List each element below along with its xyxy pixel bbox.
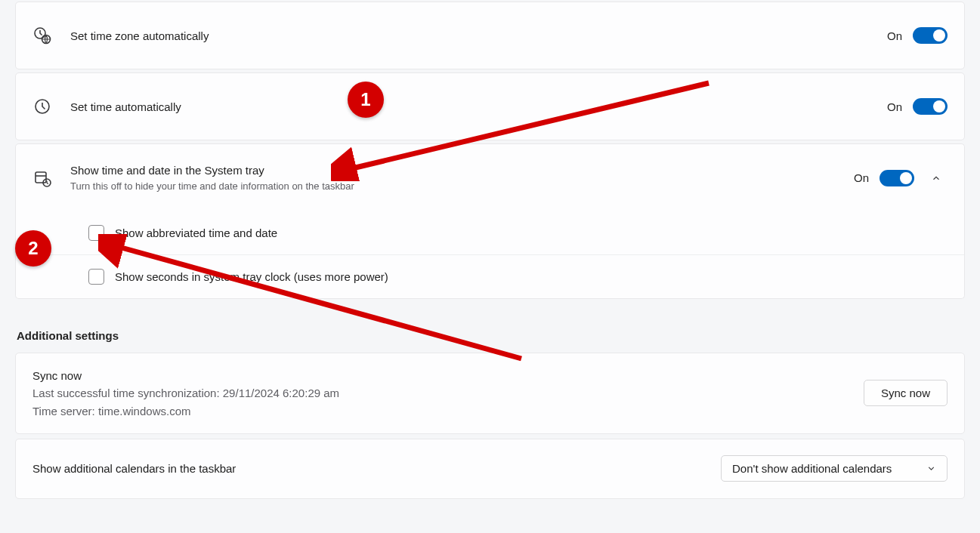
checkbox-seconds[interactable]: [88, 269, 104, 285]
setting-label: Set time zone automatically: [70, 28, 887, 44]
setting-label: Set time automatically: [70, 99, 887, 115]
toggle-show-systray[interactable]: [880, 170, 914, 186]
sub-row-abbreviated: Show abbreviated time and date: [16, 211, 964, 254]
additional-settings-heading: Additional settings: [17, 329, 965, 342]
sync-title: Sync now: [32, 367, 864, 384]
sub-label: Show seconds in system tray clock (uses …: [115, 270, 388, 283]
sub-label: Show abbreviated time and date: [115, 226, 277, 239]
annotation-badge-1: 1: [348, 82, 384, 118]
toggle-set-timezone-auto[interactable]: [913, 27, 948, 44]
setting-row-set-time-auto: Set time automatically On: [15, 72, 965, 140]
setting-label: Show time and date in the System tray: [70, 162, 854, 178]
toggle-state-label: On: [887, 100, 902, 113]
clock-icon: [32, 97, 52, 116]
sync-now-button[interactable]: Sync now: [864, 380, 948, 406]
checkbox-abbreviated[interactable]: [88, 225, 104, 241]
calendars-select[interactable]: Don't show additional calendars: [721, 455, 948, 482]
chevron-down-icon: [926, 464, 936, 473]
calendars-selected: Don't show additional calendars: [732, 462, 892, 475]
setting-row-show-systray: Show time and date in the System tray Tu…: [15, 143, 965, 211]
sync-last: Last successful time synchronization: 29…: [32, 384, 864, 402]
systray-subpanel: Show abbreviated time and date Show seco…: [15, 211, 965, 299]
sync-server: Time server: time.windows.com: [32, 402, 864, 420]
calendar-clock-icon: [32, 168, 52, 188]
globe-clock-icon: [32, 26, 52, 45]
svg-rect-3: [36, 172, 46, 183]
toggle-set-time-auto[interactable]: [913, 98, 948, 115]
setting-row-set-timezone-auto: Set time zone automatically On: [15, 2, 965, 69]
expand-button[interactable]: [925, 167, 948, 189]
toggle-state-label: On: [887, 29, 902, 42]
annotation-badge-2: 2: [15, 230, 51, 266]
sync-now-card: Sync now Last successful time synchroniz…: [15, 353, 965, 434]
sub-row-seconds: Show seconds in system tray clock (uses …: [16, 254, 964, 298]
toggle-state-label: On: [854, 171, 869, 184]
calendars-label: Show additional calendars in the taskbar: [32, 462, 721, 475]
additional-calendars-row: Show additional calendars in the taskbar…: [15, 439, 965, 499]
setting-description: Turn this off to hide your time and date…: [70, 180, 854, 193]
